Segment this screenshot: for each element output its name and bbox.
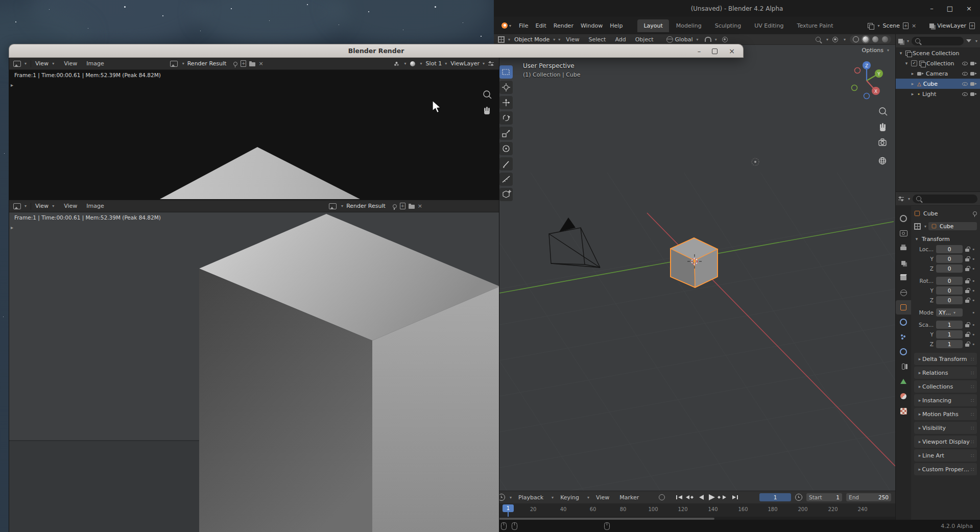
open-image-icon[interactable] bbox=[409, 205, 415, 209]
render-slot-dropdown[interactable]: Slot 1▾ bbox=[426, 60, 447, 67]
animate-dot-icon[interactable]: • bbox=[972, 331, 975, 338]
animate-dot-icon[interactable]: • bbox=[972, 322, 975, 328]
image-mode-dropdown[interactable]: View bbox=[35, 60, 49, 67]
tab-modifier-properties[interactable] bbox=[896, 315, 911, 329]
animate-dot-icon[interactable]: • bbox=[972, 265, 975, 272]
location-x-field[interactable]: 0 bbox=[936, 245, 963, 253]
timeline-menu-playback[interactable]: Playback bbox=[515, 493, 547, 502]
panel-relations[interactable]: ▸Relations∷ bbox=[914, 367, 977, 379]
editor-type-properties-icon[interactable] bbox=[898, 196, 904, 201]
display-channels-icon[interactable] bbox=[394, 64, 396, 66]
tab-texture-properties[interactable] bbox=[896, 404, 911, 418]
collection-checkbox[interactable]: ✓ bbox=[911, 60, 917, 66]
menu-edit[interactable]: Edit bbox=[532, 21, 549, 31]
pin-id-icon[interactable] bbox=[973, 211, 977, 215]
render-visibility-icon[interactable] bbox=[970, 71, 977, 76]
unlink-image-icon[interactable]: × bbox=[418, 203, 422, 209]
tab-physics-properties[interactable] bbox=[896, 345, 911, 359]
move-tool[interactable] bbox=[499, 96, 513, 109]
tab-view-layer-properties[interactable] bbox=[896, 256, 911, 270]
outliner-item-light[interactable]: ▸ • Light bbox=[896, 89, 980, 99]
rotation-mode-dropdown[interactable]: XYZ Euler ▾ bbox=[936, 308, 963, 317]
lock-icon[interactable] bbox=[965, 249, 969, 252]
rotation-x-field[interactable]: 0 bbox=[936, 277, 963, 285]
image-editor-top-canvas[interactable]: Frame:1 | Time:00:00.61 | Mem:52.39M (Pe… bbox=[9, 70, 499, 200]
new-image-icon[interactable]: + bbox=[400, 203, 405, 209]
expand-icon[interactable]: ▾ bbox=[898, 51, 903, 56]
transform-tool[interactable] bbox=[499, 142, 513, 155]
outliner-item-camera[interactable]: ▸ Camera bbox=[896, 68, 980, 79]
close-button[interactable]: × bbox=[729, 47, 735, 55]
jump-to-end-button[interactable] bbox=[732, 495, 738, 499]
timeline-menu-keying[interactable]: Keying bbox=[557, 493, 583, 502]
editor-type-outliner-icon[interactable] bbox=[898, 39, 903, 43]
pin-image-icon[interactable] bbox=[233, 62, 237, 66]
object-name-field[interactable]: Cube bbox=[928, 222, 977, 230]
hide-eye-icon[interactable] bbox=[962, 81, 968, 86]
lock-icon[interactable] bbox=[965, 344, 969, 347]
main-window-titlebar[interactable]: (Unsaved) - Blender 4.2 Alpha – □ × bbox=[494, 0, 980, 17]
options-dropdown[interactable]: Options▾ bbox=[862, 47, 889, 54]
menu-window[interactable]: Window bbox=[577, 21, 606, 31]
add-primitive-tool[interactable] bbox=[499, 188, 513, 201]
scene-selector[interactable]: Scene bbox=[882, 22, 900, 29]
maximize-button[interactable] bbox=[712, 49, 718, 54]
region-toggle-arrow[interactable]: ▸ bbox=[11, 82, 13, 88]
lock-icon[interactable] bbox=[965, 324, 969, 327]
light-object[interactable] bbox=[752, 158, 759, 165]
unlink-image-icon[interactable]: × bbox=[258, 60, 263, 67]
cursor-tool[interactable] bbox=[499, 81, 513, 94]
lock-icon[interactable] bbox=[965, 268, 969, 271]
close-button[interactable]: × bbox=[966, 5, 972, 12]
next-keyframe-button[interactable] bbox=[718, 495, 726, 499]
viewport-menu-view[interactable]: View bbox=[562, 35, 583, 44]
panel-motion-paths[interactable]: ▸Motion Paths∷ bbox=[914, 408, 977, 420]
panel-delta-transform[interactable]: ▸Delta Transform∷ bbox=[914, 353, 977, 365]
hide-eye-icon[interactable] bbox=[962, 71, 968, 76]
filter-icon[interactable] bbox=[966, 39, 971, 42]
frame-time-icon[interactable] bbox=[795, 494, 802, 501]
zoom-view-icon[interactable] bbox=[879, 108, 887, 115]
cube-object[interactable] bbox=[671, 238, 718, 287]
zoom-gizmo-icon[interactable] bbox=[484, 91, 491, 99]
viewport-menu-add[interactable]: Add bbox=[611, 35, 629, 44]
outliner-item-scene-collection[interactable]: ▾ Scene Collection bbox=[896, 48, 980, 58]
playhead-line[interactable] bbox=[508, 512, 509, 517]
current-frame-field[interactable]: 1 bbox=[759, 493, 791, 501]
end-frame-field[interactable]: End 250 bbox=[846, 493, 891, 501]
minimize-button[interactable]: – bbox=[698, 47, 701, 55]
start-frame-field[interactable]: Start 1 bbox=[806, 493, 842, 501]
viewport-menu-select[interactable]: Select bbox=[585, 35, 609, 44]
menu-render[interactable]: Render bbox=[550, 21, 577, 31]
outliner-item-cube[interactable]: ▸ △ Cube bbox=[896, 79, 980, 89]
tab-object-properties[interactable] bbox=[896, 300, 911, 315]
region-toggle-arrow[interactable]: ▸ bbox=[11, 225, 13, 230]
transform-panel-header[interactable]: ▾ Transform bbox=[914, 233, 977, 245]
image-color-icon[interactable] bbox=[410, 61, 415, 66]
maximize-button[interactable]: □ bbox=[947, 5, 953, 12]
new-scene-icon[interactable]: + bbox=[903, 22, 909, 29]
scale-y-field[interactable]: 1 bbox=[936, 330, 963, 338]
timeline-menu-view[interactable]: View bbox=[592, 493, 613, 502]
tab-uv-editing[interactable]: UV Editing bbox=[748, 19, 790, 32]
pin-image-icon[interactable] bbox=[393, 204, 397, 208]
blender-logo-icon[interactable] bbox=[499, 22, 508, 29]
render-visibility-icon[interactable] bbox=[970, 92, 977, 96]
image-menu-image[interactable]: Image bbox=[83, 201, 107, 211]
browse-image-icon[interactable] bbox=[329, 203, 337, 209]
rotate-tool[interactable] bbox=[499, 111, 513, 125]
object-browse-icon[interactable] bbox=[914, 223, 921, 230]
tab-tool-properties[interactable] bbox=[896, 211, 911, 226]
shading-solid-icon[interactable] bbox=[863, 36, 869, 42]
previous-keyframe-button[interactable] bbox=[686, 495, 694, 499]
hide-eye-icon[interactable] bbox=[962, 61, 968, 66]
editor-type-image-icon[interactable] bbox=[13, 61, 21, 67]
viewport-menu-object[interactable]: Object bbox=[632, 35, 657, 44]
tab-render-properties[interactable] bbox=[896, 226, 911, 240]
tab-modeling[interactable]: Modeling bbox=[670, 19, 708, 32]
editor-type-viewport-icon[interactable] bbox=[498, 36, 505, 43]
tab-constraint-properties[interactable] bbox=[896, 359, 911, 374]
gizmos-icon[interactable] bbox=[832, 37, 838, 42]
panel-line-art[interactable]: ▸Line Art∷ bbox=[914, 449, 977, 462]
view-layer-dropdown[interactable]: ViewLayer▾ bbox=[450, 60, 485, 67]
